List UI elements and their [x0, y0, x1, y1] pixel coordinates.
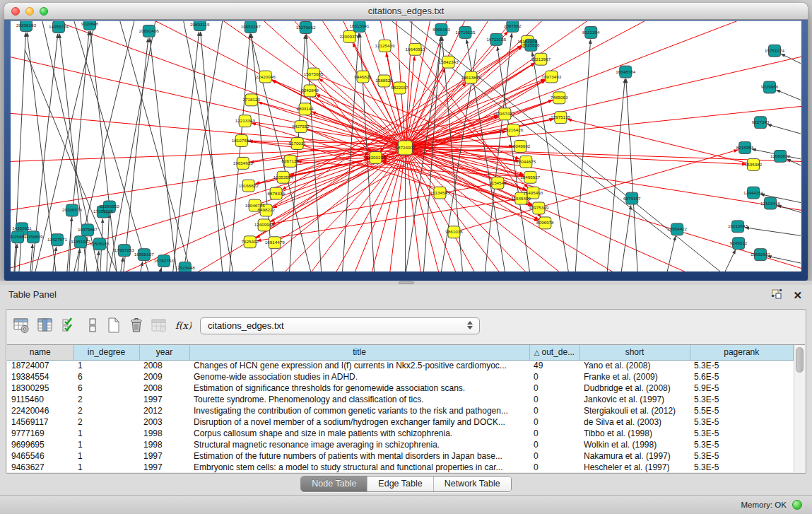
cell-name[interactable]: 9115460 [7, 394, 73, 405]
table-row[interactable]: 946554611997Estimation of the future num… [7, 450, 794, 462]
cell-pagerank[interactable]: 5.9E-5 [690, 382, 794, 394]
float-panel-icon[interactable] [770, 288, 783, 303]
cell-name[interactable]: 14569117 [7, 416, 73, 428]
cell-year[interactable]: 2003 [139, 416, 189, 428]
cell-year[interactable]: 1998 [139, 428, 189, 439]
cell-out_degree[interactable]: 0 [529, 439, 579, 450]
column-header-short[interactable]: short [579, 345, 690, 360]
cell-year[interactable]: 1998 [139, 439, 189, 450]
table-row[interactable]: 1872400712008Changes of HCN gene express… [7, 360, 794, 371]
cell-name[interactable]: 18724007 [7, 360, 73, 371]
column-header-pagerank[interactable]: pagerank [690, 345, 794, 360]
cell-year[interactable]: 2008 [139, 360, 189, 371]
cell-title[interactable]: Changes of HCN gene expression and I(f) … [189, 360, 529, 371]
cell-short[interactable]: Wolkin et al. (1998) [579, 439, 690, 450]
cell-title[interactable]: Embryonic stem cells: a model to study s… [189, 462, 529, 472]
cell-title[interactable]: Disruption of a novel member of a sodium… [189, 416, 529, 428]
cell-pagerank[interactable]: 5.3E-5 [690, 360, 794, 371]
tab-network-table[interactable]: Network Table [434, 477, 511, 491]
cell-title[interactable]: Genome-wide association studies in ADHD. [189, 371, 529, 382]
column-header-title[interactable]: title [189, 345, 529, 360]
cell-year[interactable]: 1997 [139, 450, 189, 462]
table-row[interactable]: 1456911722003Disruption of a novel membe… [7, 416, 794, 428]
cell-title[interactable]: Investigating the contribution of common… [189, 405, 529, 416]
cell-title[interactable]: Structural magnetic resonance image aver… [189, 439, 529, 450]
node-table-grid[interactable]: namein_degreeyeartitle△out_de...shortpag… [7, 345, 794, 472]
cell-year[interactable]: 2012 [139, 405, 189, 416]
cell-out_degree[interactable]: 0 [529, 416, 579, 428]
cell-in_degree[interactable]: 1 [73, 462, 139, 472]
cell-in_degree[interactable]: 1 [73, 450, 139, 462]
cell-title[interactable]: Corpus callosum shape and size in male p… [189, 428, 529, 439]
cell-out_degree[interactable]: 49 [529, 360, 579, 371]
cell-short[interactable]: Tibbo et al. (1998) [579, 428, 690, 439]
column-header-name[interactable]: name [7, 345, 73, 360]
cell-in_degree[interactable]: 2 [73, 405, 139, 416]
cell-name[interactable]: 9465546 [7, 450, 73, 462]
cell-in_degree[interactable]: 1 [73, 360, 139, 371]
delete-table-icon[interactable] [128, 317, 145, 334]
cell-year[interactable]: 2008 [139, 382, 189, 394]
cell-pagerank[interactable]: 5.3E-5 [690, 450, 794, 462]
cell-name[interactable]: 9777169 [7, 428, 73, 439]
cell-out_degree[interactable]: 0 [529, 382, 579, 394]
scrollbar-thumb[interactable] [796, 347, 804, 373]
cell-name[interactable]: 19384554 [7, 371, 73, 382]
cell-in_degree[interactable]: 6 [73, 371, 139, 382]
close-panel-icon[interactable]: ✕ [793, 289, 802, 302]
cell-short[interactable]: Stergiakouli et al. (2012) [579, 405, 690, 416]
table-row[interactable]: 977716911998Corpus callosum shape and si… [7, 428, 794, 439]
vertical-scrollbar[interactable] [794, 345, 805, 472]
table-selector-dropdown[interactable]: citations_edges.txt [200, 317, 480, 334]
cell-short[interactable]: Franke et al. (2009) [579, 371, 690, 382]
cell-short[interactable]: Yano et al. (2008) [579, 360, 690, 371]
cell-short[interactable]: Hescheler et al. (1997) [579, 462, 690, 472]
cell-out_degree[interactable]: 0 [529, 371, 579, 382]
cell-out_degree[interactable]: 0 [529, 405, 579, 416]
cell-in_degree[interactable]: 2 [73, 416, 139, 428]
cell-pagerank[interactable]: 5.6E-5 [690, 371, 794, 382]
table-row[interactable]: 911546021997Tourette syndrome. Phenomeno… [7, 394, 794, 405]
cell-pagerank[interactable]: 5.3E-5 [690, 462, 794, 472]
cell-out_degree[interactable]: 0 [529, 428, 579, 439]
row-height-icon[interactable] [84, 317, 101, 334]
cell-year[interactable]: 1997 [139, 394, 189, 405]
cell-short[interactable]: Jankovic et al. (1997) [579, 394, 690, 405]
cell-pagerank[interactable]: 5.3E-5 [690, 428, 794, 439]
tab-edge-table[interactable]: Edge Table [367, 477, 433, 491]
cell-name[interactable]: 22420046 [7, 405, 73, 416]
cell-title[interactable]: Estimation of significance thresholds fo… [189, 382, 529, 394]
cell-out_degree[interactable]: 0 [529, 394, 579, 405]
table-row[interactable]: 969969511998Structural magnetic resonanc… [7, 439, 794, 450]
show-selected-columns-icon[interactable] [37, 317, 54, 334]
column-header-in_degree[interactable]: in_degree [73, 345, 139, 360]
column-header-out_degree[interactable]: △out_de... [529, 345, 579, 360]
cell-pagerank[interactable]: 5.3E-5 [690, 394, 794, 405]
cell-pagerank[interactable]: 5.3E-5 [690, 439, 794, 450]
table-row[interactable]: 2242004622012Investigating the contribut… [7, 405, 794, 416]
cell-pagerank[interactable]: 5.5E-5 [690, 405, 794, 416]
tab-node-table[interactable]: Node Table [301, 477, 367, 491]
cell-in_degree[interactable]: 1 [73, 428, 139, 439]
cell-year[interactable]: 2009 [139, 371, 189, 382]
cell-name[interactable]: 9463627 [7, 462, 73, 472]
cell-name[interactable]: 9699695 [7, 439, 73, 450]
window-titlebar[interactable]: citations_edges.txt [4, 3, 808, 20]
table-row[interactable]: 946362711997Embryonic stem cells: a mode… [7, 462, 794, 472]
table-row[interactable]: 1938455462009Genome-wide association stu… [7, 371, 794, 382]
citation-graph[interactable]: 1872400718300295224200462718120122133431… [11, 21, 801, 271]
cell-title[interactable]: Tourette syndrome. Phenomenology and cla… [189, 394, 529, 405]
select-columns-icon[interactable] [61, 317, 78, 334]
cell-name[interactable]: 18300295 [7, 382, 73, 394]
cell-year[interactable]: 1997 [139, 462, 189, 472]
cell-short[interactable]: Dudbridge et al. (2008) [579, 382, 690, 394]
table-row[interactable]: 1830029562008Estimation of significance … [7, 382, 794, 394]
function-builder-icon[interactable]: f(x) [175, 317, 192, 334]
cell-in_degree[interactable]: 2 [73, 394, 139, 405]
cell-out_degree[interactable]: 0 [529, 462, 579, 472]
cell-short[interactable]: Nakamura et al. (1997) [579, 450, 690, 462]
cell-in_degree[interactable]: 1 [73, 439, 139, 450]
create-table-icon[interactable] [105, 317, 122, 334]
cell-short[interactable]: de Silva et al. (2003) [579, 416, 690, 428]
splitter-grip-icon[interactable] [399, 281, 414, 284]
